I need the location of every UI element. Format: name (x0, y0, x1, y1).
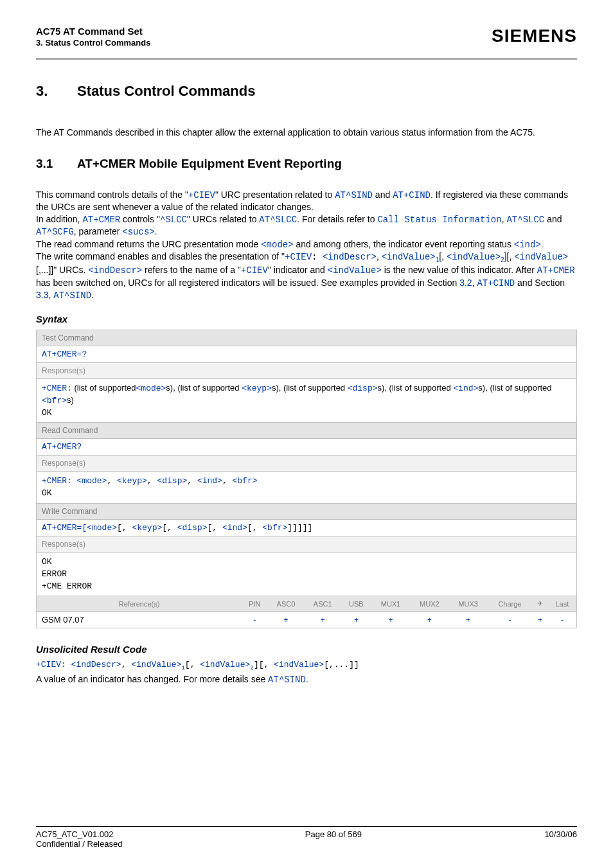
response-label: Response(s) (37, 456, 576, 472)
val-usb: + (341, 612, 371, 628)
param-ref[interactable]: <indDescr> (71, 660, 121, 669)
code-ref[interactable]: +CIEV (188, 190, 215, 200)
text: is the new value of this indicator. Afte… (382, 265, 537, 275)
code-ref[interactable]: +CIEV (285, 252, 312, 262)
param-ref[interactable]: <mode> (87, 523, 117, 533)
param-ref[interactable]: <indValue> (447, 252, 501, 262)
param-ref[interactable]: <indDescr> (88, 265, 142, 276)
text: , (107, 476, 117, 486)
param-ref[interactable]: <indValue> (274, 660, 324, 669)
syntax-table: Test Command AT+CMER=? Response(s) +CMER… (36, 330, 577, 629)
param-ref[interactable]: <disp> (157, 476, 187, 486)
text: AT+CMER=[ (42, 523, 87, 533)
text: , parameter (74, 226, 122, 236)
chapter-heading: 3.Status Control Commands (36, 83, 577, 100)
text: ][, (504, 251, 515, 261)
code-ref[interactable]: AT^SIND (335, 190, 373, 200)
param-ref[interactable]: <ind> (453, 384, 478, 393)
footer-rule (36, 826, 577, 827)
link[interactable]: 3.3 (36, 290, 48, 300)
param-ref[interactable]: <keyp> (242, 384, 272, 393)
text: [, (162, 523, 177, 533)
val-mux2: + (410, 612, 449, 628)
param-ref[interactable]: <disp> (177, 523, 208, 533)
read-command-label: Read Command (37, 423, 576, 439)
text: s), (list of supported (272, 383, 348, 393)
page-header: AC75 AT Command Set 3. Status Control Co… (36, 26, 577, 53)
code-ref[interactable]: AT+CIND (393, 190, 431, 200)
response-label: Response(s) (37, 363, 576, 379)
footer-page-number: Page 80 of 569 (305, 829, 362, 849)
text: , (121, 660, 132, 669)
header-left: AC75 AT Command Set 3. Status Control Co… (36, 26, 150, 48)
param-ref[interactable]: <sucs> (122, 227, 154, 237)
param-ref[interactable]: <bfr> (42, 396, 67, 405)
code-ref[interactable]: AT+CMER (537, 265, 575, 276)
code-ref[interactable]: ^SLCC (160, 215, 187, 225)
col-asc1: ASC1 (305, 596, 341, 612)
chapter-number: 3. (36, 83, 77, 100)
text: and (544, 214, 562, 224)
text: , (377, 251, 382, 261)
text: The write command enables and disables t… (36, 251, 285, 261)
text: has been switched on, URCs for all regis… (36, 278, 459, 288)
section-description: This command controls details of the "+C… (36, 189, 577, 302)
text: refers to the name of a " (142, 265, 241, 275)
param-ref[interactable]: <indDescr> (323, 252, 377, 262)
col-asc0: ASC0 (267, 596, 304, 612)
param-ref[interactable]: <indValue> (328, 265, 382, 276)
text: [, (117, 523, 132, 533)
write-response: OK ERROR +CME ERROR (37, 553, 576, 597)
code-ref[interactable]: AT+CMER (82, 215, 120, 225)
param-ref[interactable]: <disp> (348, 384, 378, 393)
urc-text: A value of an indicator has changed. For… (36, 674, 577, 685)
code-ref[interactable]: AT+CIND (477, 278, 515, 288)
text: s) (67, 395, 74, 405)
urc-block: Unsolicited Result Code +CIEV: <indDescr… (36, 644, 577, 685)
param-ref[interactable]: <bfr> (233, 476, 258, 486)
val-chg: - (488, 612, 532, 628)
urc-heading: Unsolicited Result Code (36, 644, 577, 655)
param-ref[interactable]: <ind> (514, 240, 541, 250)
param-ref[interactable]: <indValue> (514, 252, 568, 262)
text: ][, (254, 660, 274, 669)
text: [, (207, 523, 222, 533)
param-ref[interactable]: <mode> (136, 384, 166, 393)
param-ref[interactable]: <indValue> (200, 660, 250, 669)
param-ref[interactable]: <ind> (222, 523, 247, 533)
text: and (373, 190, 393, 200)
param-ref[interactable]: <ind> (197, 476, 222, 486)
text: and among others, the indicator event re… (294, 239, 514, 249)
text: [, (185, 660, 200, 669)
code-ref[interactable]: +CIEV (241, 265, 268, 276)
section-title: AT+CMER Mobile Equipment Event Reporting (77, 157, 342, 170)
col-last: Last (548, 596, 576, 612)
footer-left: AC75_ATC_V01.002 Confidential / Released (36, 829, 122, 849)
code-ref[interactable]: AT^SIND (53, 290, 91, 301)
ok-text: OK (42, 408, 52, 418)
param-ref[interactable]: <keyp> (117, 476, 147, 486)
param-ref[interactable]: <mode> (261, 240, 293, 250)
text: . (306, 674, 308, 684)
link[interactable]: 3.2 (459, 278, 472, 288)
resp-prefix: +CMER: (42, 384, 72, 393)
code-ref[interactable]: AT^SIND (268, 675, 306, 685)
text: [, (247, 523, 262, 533)
param-ref[interactable]: <mode> (77, 476, 107, 486)
param-ref[interactable]: <indValue> (382, 252, 436, 262)
param-ref[interactable]: <bfr> (262, 523, 287, 533)
text: . (541, 239, 544, 249)
doc-title: AC75 AT Command Set (36, 26, 150, 37)
code-ref[interactable]: AT^SLCC (506, 215, 544, 225)
val-mux3: + (449, 612, 488, 628)
text: ]]]]] (287, 523, 312, 533)
param-ref[interactable]: <indValue> (131, 660, 181, 669)
code-ref[interactable]: AT^SLCC (259, 215, 297, 225)
text: [,...]] (324, 660, 359, 669)
param-ref[interactable]: <keyp> (132, 523, 162, 533)
link[interactable]: Call Status Information (377, 215, 501, 225)
text: . (155, 226, 157, 236)
code-ref[interactable]: AT^SCFG (36, 227, 74, 237)
val-mux1: + (371, 612, 410, 628)
chapter-intro: The AT Commands described in this chapte… (36, 127, 577, 139)
